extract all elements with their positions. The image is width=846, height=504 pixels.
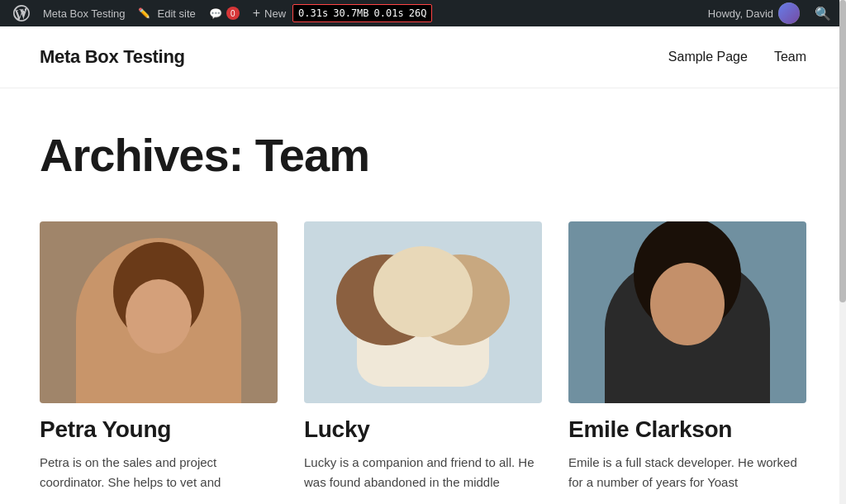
site-nav: Sample Page Team <box>668 50 806 64</box>
lucky-photo <box>304 221 542 403</box>
new-label: New <box>264 7 286 20</box>
wp-logo-icon <box>13 5 30 21</box>
perf-queries: 26Q <box>409 7 427 19</box>
emile-desc: Emile is a full stack developer. He work… <box>568 453 806 492</box>
admin-bar-site-label: Meta Box Testing <box>43 7 125 20</box>
emile-name: Emile Clarkson <box>568 416 806 443</box>
petra-photo <box>40 221 278 403</box>
emile-photo <box>568 221 806 403</box>
comment-icon: 💬 <box>209 7 222 20</box>
scrollbar-thumb[interactable] <box>839 0 846 302</box>
edit-site-label: Edit site <box>157 7 195 20</box>
admin-bar-new[interactable]: + New <box>246 0 292 26</box>
admin-bar-comments[interactable]: 💬 0 <box>202 0 246 26</box>
admin-bar-left: Meta Box Testing ✏️ Edit site 💬 0 + New … <box>7 0 701 26</box>
wp-logo-button[interactable] <box>7 0 36 26</box>
comment-count-badge: 0 <box>226 7 240 20</box>
page-content: Archives: Team Petra Young Petra is on t… <box>0 88 846 492</box>
user-avatar[interactable] <box>778 2 800 24</box>
perf-memory: 30.7MB <box>333 7 368 19</box>
admin-bar-site-name[interactable]: Meta Box Testing <box>36 0 131 26</box>
site-title: Meta Box Testing <box>40 46 185 68</box>
team-grid: Petra Young Petra is on the sales and pr… <box>40 221 806 492</box>
nav-sample-page[interactable]: Sample Page <box>668 50 748 64</box>
admin-bar-edit-site[interactable]: ✏️ Edit site <box>131 0 202 26</box>
admin-search-button[interactable]: 🔍 <box>806 0 839 26</box>
perf-time1: 0.31s <box>298 7 328 19</box>
team-card-lucky: Lucky Lucky is a companion and friend to… <box>304 221 542 492</box>
team-card-petra: Petra Young Petra is on the sales and pr… <box>40 221 278 492</box>
scrollbar[interactable] <box>839 0 846 492</box>
lucky-name: Lucky <box>304 416 542 443</box>
admin-bar: Meta Box Testing ✏️ Edit site 💬 0 + New … <box>0 0 846 26</box>
petra-desc: Petra is on the sales and project coordi… <box>40 453 278 492</box>
lucky-desc: Lucky is a companion and friend to all. … <box>304 453 542 492</box>
search-icon: 🔍 <box>815 6 831 21</box>
site-header: Meta Box Testing Sample Page Team <box>0 26 846 88</box>
archive-title: Archives: Team <box>40 128 806 182</box>
team-card-emile: Emile Clarkson Emile is a full stack dev… <box>568 221 806 492</box>
performance-badge: 0.31s 30.7MB 0.01s 26Q <box>292 4 432 22</box>
nav-team[interactable]: Team <box>774 50 806 64</box>
perf-time2: 0.01s <box>374 7 404 19</box>
petra-name: Petra Young <box>40 416 278 443</box>
plus-icon: + <box>253 6 260 21</box>
howdy-greeting: Howdy, David <box>701 0 806 26</box>
howdy-text: Howdy, David <box>708 7 773 20</box>
admin-bar-right: Howdy, David 🔍 <box>701 0 839 26</box>
